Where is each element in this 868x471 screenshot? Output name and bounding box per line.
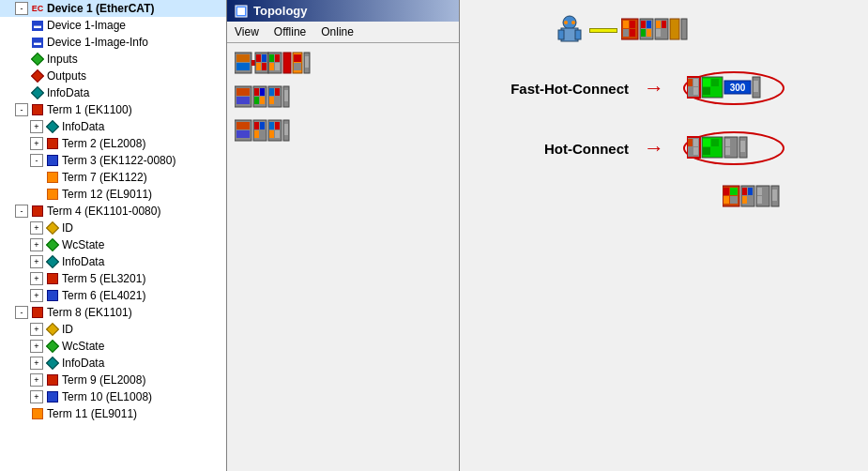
tree-item-device1-imageinfo[interactable]: ▬ Device 1-Image-Info	[0, 34, 226, 51]
svg-rect-91	[693, 139, 698, 146]
tree-item-outputs[interactable]: Outputs	[0, 68, 226, 84]
svg-rect-31	[269, 88, 274, 96]
tree-item-inputs[interactable]: Inputs	[0, 51, 226, 68]
tree-item-term6[interactable]: + Term 6 (EL4021)	[0, 287, 226, 304]
term10-icon	[45, 389, 60, 404]
svg-rect-18	[294, 54, 301, 62]
expand-term4-infodata[interactable]: +	[30, 255, 43, 268]
topology-device-row3	[235, 118, 338, 144]
svg-rect-122	[772, 190, 777, 201]
menu-view[interactable]: View	[231, 23, 263, 40]
yellow-cable	[589, 28, 617, 33]
expand-term10[interactable]: +	[30, 390, 43, 403]
expand-term1-infodata[interactable]: +	[30, 120, 43, 133]
expand-term8-id[interactable]: +	[30, 323, 43, 336]
menu-online[interactable]: Online	[317, 23, 358, 40]
term1-icon	[30, 102, 45, 117]
expand-term4[interactable]: -	[15, 205, 28, 218]
tree-item-term8-infodata[interactable]: + InfoData	[0, 355, 226, 372]
topology-device-row1	[235, 51, 357, 77]
tree-panel[interactable]: - EC Device 1 (EtherCAT) ▬ Device 1-Imag…	[0, 0, 227, 471]
expand-term3[interactable]: -	[30, 154, 43, 167]
svg-rect-84	[711, 87, 719, 95]
svg-point-56	[564, 21, 568, 24]
tree-item-term11[interactable]: Term 11 (EL9011)	[0, 405, 226, 422]
term7-label: Term 7 (EK1122)	[62, 171, 147, 184]
tree-item-term1[interactable]: - Term 1 (EK1100)	[0, 101, 226, 118]
svg-rect-47	[275, 122, 280, 129]
expand-term9[interactable]: +	[30, 373, 43, 387]
svg-rect-90	[688, 139, 693, 146]
svg-rect-78	[688, 87, 693, 95]
svg-rect-14	[269, 63, 274, 70]
svg-rect-28	[254, 97, 259, 104]
tree-item-term4[interactable]: - Term 4 (EK1101-0080)	[0, 203, 226, 220]
tree-item-term2[interactable]: + Term 2 (EL2008)	[0, 135, 226, 152]
svg-rect-19	[294, 63, 301, 70]
svg-rect-8	[262, 54, 266, 62]
tree-item-term12[interactable]: Term 12 (EL9011)	[0, 186, 226, 203]
svg-rect-82	[711, 79, 719, 86]
tree-root[interactable]: - EC Device 1 (EtherCAT)	[0, 0, 226, 17]
topology-row-1	[235, 51, 451, 77]
menu-offline[interactable]: Offline	[270, 23, 310, 40]
hot-connect-label: Hot-Connect	[479, 141, 629, 157]
term12-icon	[45, 187, 60, 202]
tree-item-term10[interactable]: + Term 10 (EL1008)	[0, 388, 226, 405]
term4-infodata-icon	[45, 254, 60, 269]
bottom-device-row	[723, 184, 849, 210]
svg-rect-102	[725, 147, 730, 155]
svg-rect-107	[723, 188, 729, 195]
expand-term6[interactable]: +	[30, 289, 43, 302]
svg-rect-83	[703, 87, 710, 95]
svg-rect-7	[256, 54, 261, 62]
expand-term5[interactable]: +	[30, 272, 43, 285]
expand-term2[interactable]: +	[30, 137, 43, 150]
svg-rect-38	[236, 122, 250, 129]
hot-connect-row: Hot-Connect →	[479, 131, 849, 165]
tree-item-infodata[interactable]: InfoData	[0, 84, 226, 101]
tree-item-term8-wcstate[interactable]: + WcState	[0, 338, 226, 355]
expand-term4-id[interactable]: +	[30, 221, 43, 235]
term8-wcstate-label: WcState	[62, 340, 104, 353]
term2-icon	[45, 136, 60, 151]
svg-rect-114	[742, 196, 747, 204]
svg-rect-97	[703, 147, 710, 155]
term4-infodata-label: InfoData	[62, 255, 104, 268]
expand-term4-wcstate[interactable]: +	[30, 238, 43, 251]
tree-item-term4-wcstate[interactable]: + WcState	[0, 236, 226, 253]
tree-item-term8[interactable]: - Term 8 (EK1101)	[0, 304, 226, 321]
expand-term1[interactable]: -	[15, 103, 28, 116]
svg-rect-44	[260, 130, 265, 138]
tree-item-term8-id[interactable]: + ID	[0, 321, 226, 338]
svg-rect-21	[305, 56, 309, 68]
term4-wcstate-icon	[45, 237, 60, 252]
tree-item-device1-image[interactable]: ▬ Device 1-Image	[0, 17, 226, 34]
expand-root[interactable]: -	[15, 2, 28, 15]
svg-text:300: 300	[730, 83, 746, 93]
svg-rect-12	[269, 54, 274, 62]
tree-item-term4-infodata[interactable]: + InfoData	[0, 253, 226, 270]
root-icon: EC	[30, 1, 45, 16]
svg-rect-54	[558, 30, 564, 39]
svg-rect-1	[237, 8, 245, 15]
expand-term8-wcstate[interactable]: +	[30, 340, 43, 353]
svg-rect-55	[575, 30, 581, 39]
root-label: Device 1 (EtherCAT)	[47, 2, 154, 15]
tree-item-term9[interactable]: + Term 9 (EL2008)	[0, 372, 226, 388]
topology-row-2	[235, 84, 451, 111]
right-panel: Fast-Hot-Connect → 300	[460, 0, 868, 471]
tree-item-term4-id[interactable]: + ID	[0, 220, 226, 236]
svg-rect-113	[748, 188, 753, 195]
term8-infodata-icon	[45, 356, 60, 371]
expand-term8[interactable]: -	[15, 306, 28, 319]
tree-item-term1-infodata[interactable]: + InfoData	[0, 118, 226, 135]
tree-item-term5[interactable]: + Term 5 (EL3201)	[0, 270, 226, 287]
topology-menubar: View Offline Online	[227, 22, 459, 43]
tree-item-term3[interactable]: - Term 3 (EK1122-0080)	[0, 152, 226, 169]
svg-rect-24	[236, 97, 250, 104]
tree-item-term7[interactable]: Term 7 (EK1122)	[0, 169, 226, 186]
outputs-label: Outputs	[47, 69, 86, 83]
expand-term8-infodata[interactable]: +	[30, 357, 43, 370]
svg-rect-41	[254, 122, 259, 129]
